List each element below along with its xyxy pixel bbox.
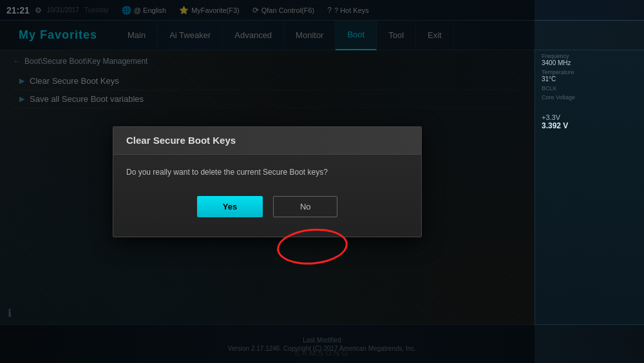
voltage-label: +3.3V — [542, 113, 638, 121]
clear-secure-boot-dialog: Clear Secure Boot Keys Do you really wan… — [113, 126, 422, 237]
temperature-value: 31°C — [542, 75, 638, 83]
temperature-label: Temperature — [542, 69, 638, 75]
no-button[interactable]: No — [273, 196, 337, 217]
dialog-buttons: Yes No — [126, 196, 408, 217]
core-voltage-label: Core Voltage — [542, 94, 638, 101]
dialog-overlay: Clear Secure Boot Keys Do you really wan… — [0, 0, 535, 363]
dialog-title-bar: Clear Secure Boot Keys — [113, 127, 421, 155]
right-panel-hardware-monitor: Hardware Monitor CPU Frequency 3400 MHz … — [535, 21, 644, 363]
bclk-label: BCLK — [542, 85, 638, 92]
dialog-title: Clear Secure Boot Keys — [126, 135, 236, 146]
voltage-section: +3.3V 3.392 V — [542, 113, 638, 130]
dialog-message: Do you really want to delete the current… — [126, 168, 408, 177]
yes-button[interactable]: Yes — [197, 196, 263, 217]
voltage-value: 3.392 V — [542, 121, 638, 130]
frequency-label: Frequency — [542, 53, 638, 59]
frequency-value: 3400 MHz — [542, 59, 638, 66]
dialog-body: Do you really want to delete the current… — [113, 155, 421, 237]
